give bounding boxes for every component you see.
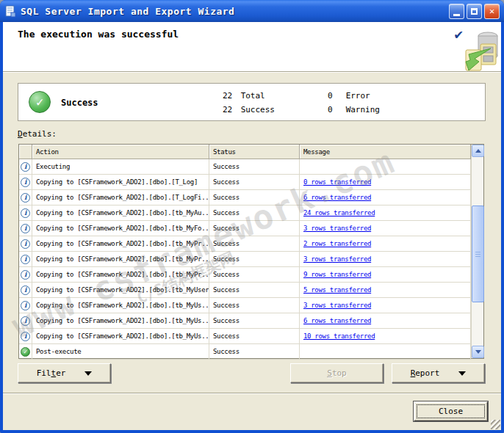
row-status-icon: i [21,316,30,326]
wizard-window: SQL Server Import and Export Wizard ✕ Th… [0,0,504,433]
row-status: Success [209,344,300,360]
table-row[interactable]: i Copying to [CSFramework_ADO2].[dbo].[t… [19,313,483,329]
maximize-icon [471,8,478,15]
column-header-action: Action [32,145,209,159]
row-action: Copying to [CSFramework_ADO2].[dbo].[tb_… [32,221,209,236]
footer-divider [3,393,501,394]
row-status-icon: i [21,208,30,218]
row-message[interactable]: 10 rows transferred [303,332,375,340]
page-header: The execution was successful ✔ [3,22,501,71]
row-message[interactable]: 3 rows transferred [303,302,371,309]
row-status-icon: i [21,285,30,295]
row-status-icon: i [21,332,30,341]
close-button[interactable]: Close [414,401,488,421]
resize-grip[interactable] [491,420,500,429]
maximize-button[interactable] [467,4,482,19]
row-message[interactable]: 6 rows transferred [303,317,371,324]
close-icon: ✕ [489,7,494,15]
window-title: SQL Server Import and Export Wizard [21,6,447,17]
table-row[interactable]: i Copying to [CSFramework_ADO2].[dbo].[t… [19,283,483,298]
row-message[interactable]: 0 rows transferred [303,178,371,186]
scroll-up-icon [475,149,481,153]
window-icon [4,5,17,18]
close-window-button[interactable]: ✕ [484,4,500,19]
row-status: Success [209,159,300,175]
row-status: Success [209,313,300,329]
row-action: Copying to [CSFramework_ADO2].[dbo].[tb_… [32,329,209,344]
minimize-button[interactable] [449,4,464,19]
row-status-icon: i [21,255,30,264]
title-bar[interactable]: SQL Server Import and Export Wizard ✕ [0,0,504,22]
row-status: Success [209,175,300,190]
table-row[interactable]: i Copying to [CSFramework_ADO2].[dbo].[t… [19,267,483,283]
row-status-icon: i [21,162,30,172]
table-row[interactable]: i Copying to [CSFramework_ADO2].[dbo].[t… [19,329,483,344]
dropdown-arrow-icon [458,371,466,376]
filter-button[interactable]: Filter [18,363,111,383]
scroll-down-icon [475,350,481,354]
row-message[interactable]: 24 rows transferred [303,209,375,216]
table-body: i Executing Success i Copying to [CSFram… [19,159,483,360]
row-action: Copying to [CSFramework_ADO2].[dbo].[tb_… [32,298,209,313]
scrollbar-thumb[interactable] [472,205,484,302]
row-status: Success [209,221,300,236]
column-header-status: Status [209,145,300,159]
row-action: Copying to [CSFramework_ADO2].[dbo].[tb_… [32,236,209,252]
row-action: Post-execute [32,344,209,360]
row-message[interactable]: 5 rows transferred [303,286,371,294]
success-count: 22 Success [223,103,275,117]
row-status: Success [209,267,300,283]
row-status: Success [209,190,300,205]
row-status-icon: i [21,270,30,280]
row-status: Success [209,283,300,298]
details-label: Details: [18,129,57,139]
row-status-icon: i [21,239,30,249]
stop-button: Stop [290,363,384,383]
vertical-scrollbar[interactable] [471,145,483,358]
table-row[interactable]: i Copying to [CSFramework_ADO2].[dbo].[t… [19,221,483,236]
table-row[interactable]: i Executing Success [19,159,483,175]
row-status: Success [209,329,300,344]
table-row[interactable]: ✓ Post-execute Success [19,344,483,360]
success-status-icon: ✓ [29,91,51,113]
wizard-graphic-icon [458,29,501,75]
table-row[interactable]: i Copying to [CSFramework_ADO2].[dbo].[t… [19,205,483,221]
row-action: Copying to [CSFramework_ADO2].[dbo].[tb_… [32,313,209,329]
row-message[interactable]: 9 rows transferred [303,271,371,278]
scroll-up-button[interactable] [472,145,484,157]
scroll-down-button[interactable] [472,346,484,358]
row-message[interactable]: 3 rows transferred [303,225,371,232]
header-divider [3,71,501,73]
row-action: Copying to [CSFramework_ADO2].[dbo].[tb_… [32,252,209,267]
table-row[interactable]: i Copying to [CSFramework_ADO2].[dbo].[T… [19,190,483,205]
row-action: Copying to [CSFramework_ADO2].[dbo].[tb_… [32,283,209,298]
summary-counts-left: 22 Total 22 Success [223,89,275,117]
warning-count: 0 Warning [328,103,380,117]
row-action: Copying to [CSFramework_ADO2].[dbo].[tb_… [32,267,209,283]
row-action: Copying to [CSFramework_ADO2].[dbo].[T_L… [32,175,209,190]
column-header-icon [19,145,32,159]
row-status-icon: ✓ [21,347,30,357]
row-status: Success [209,298,300,313]
scrollbar-grip [475,252,480,258]
grid-header: Action Status Message [19,145,483,159]
row-action: Executing [32,159,209,175]
row-status-icon: i [21,193,30,203]
row-status-icon: i [21,301,30,310]
table-row[interactable]: i Copying to [CSFramework_ADO2].[dbo].[t… [19,298,483,313]
row-message[interactable]: 6 rows transferred [303,194,371,201]
total-count: 22 Total [223,89,275,103]
table-row[interactable]: i Copying to [CSFramework_ADO2].[dbo].[T… [19,175,483,190]
report-button[interactable]: Report [392,363,485,383]
error-count: 0 Error [328,89,380,103]
row-message[interactable]: 3 rows transferred [303,255,371,263]
table-row[interactable]: i Copying to [CSFramework_ADO2].[dbo].[t… [19,236,483,252]
row-action: Copying to [CSFramework_ADO2].[dbo].[tb_… [32,205,209,221]
row-status: Success [209,252,300,267]
minimize-icon [453,14,460,16]
row-status: Success [209,236,300,252]
row-status: Success [209,205,300,221]
row-message[interactable]: 2 rows transferred [303,240,371,247]
row-status-icon: i [21,178,30,187]
table-row[interactable]: i Copying to [CSFramework_ADO2].[dbo].[t… [19,252,483,267]
